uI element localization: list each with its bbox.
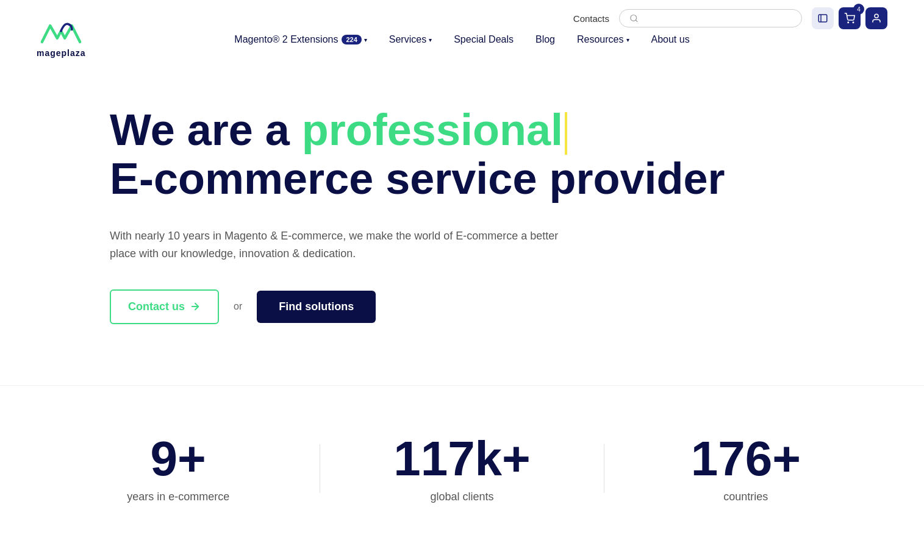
hero-actions: Contact us or Find solutions <box>110 289 887 324</box>
arrow-right-icon <box>190 301 201 312</box>
stat-label-clients: global clients <box>430 491 493 503</box>
logo-text: mageplaza <box>37 48 86 58</box>
nav-item-services[interactable]: Services ▾ <box>379 29 442 50</box>
nav-item-special-deals[interactable]: Special Deals <box>444 29 523 50</box>
contact-us-button[interactable]: Contact us <box>110 289 219 324</box>
hero-title-suffix: E-commerce service provider <box>110 154 725 203</box>
nav-item-about-us[interactable]: About us <box>642 29 700 50</box>
stat-value-years: 9+ <box>151 434 206 483</box>
header-icons: 4 <box>812 7 887 29</box>
cart-badge: 4 <box>853 4 864 15</box>
search-input[interactable] <box>643 13 792 23</box>
resources-chevron: ▾ <box>626 37 629 43</box>
or-text: or <box>234 301 242 312</box>
svg-point-3 <box>853 22 854 23</box>
stat-item-countries: 176+ countries <box>604 422 887 516</box>
stats-section: 9+ years in e-commerce 117k+ global clie… <box>0 385 924 552</box>
svg-point-4 <box>875 14 878 18</box>
nav-item-blog[interactable]: Blog <box>526 29 565 50</box>
contacts-link[interactable]: Contacts <box>573 13 609 24</box>
hero-subtitle: With nearly 10 years in Magento & E-comm… <box>110 227 561 263</box>
nav-item-resources[interactable]: Resources ▾ <box>567 29 639 50</box>
stat-item-years: 9+ years in e-commerce <box>37 422 320 516</box>
hero-title: We are a professional E-commerce service… <box>110 106 887 203</box>
search-icon <box>629 13 639 23</box>
extensions-chevron: ▾ <box>364 37 367 43</box>
svg-point-2 <box>848 22 849 23</box>
search-bar <box>619 9 802 27</box>
svg-rect-1 <box>818 15 827 22</box>
nav-item-extensions[interactable]: Magento® 2 Extensions 224 ▾ <box>224 29 376 50</box>
hero-title-highlight: professional <box>302 105 563 154</box>
flag-icon-btn[interactable] <box>812 7 834 29</box>
stat-value-countries: 176+ <box>691 434 801 483</box>
logo[interactable]: mageplaza <box>37 17 86 58</box>
user-icon-btn[interactable] <box>865 7 887 29</box>
extensions-badge: 224 <box>342 35 361 44</box>
stat-value-clients: 117k+ <box>393 434 531 483</box>
cart-icon-btn[interactable]: 4 <box>839 7 861 29</box>
hero-cursor <box>565 112 567 155</box>
hero-section: We are a professional E-commerce service… <box>0 57 924 361</box>
hero-title-prefix: We are a <box>110 105 302 154</box>
services-chevron: ▾ <box>429 37 432 43</box>
find-solutions-button[interactable]: Find solutions <box>257 291 376 323</box>
stat-label-years: years in e-commerce <box>127 491 229 503</box>
stat-item-clients: 117k+ global clients <box>320 422 603 516</box>
stat-label-countries: countries <box>723 491 768 503</box>
main-nav: Magento® 2 Extensions 224 ▾ Services ▾ S… <box>224 29 699 50</box>
logo-icon <box>37 17 85 51</box>
